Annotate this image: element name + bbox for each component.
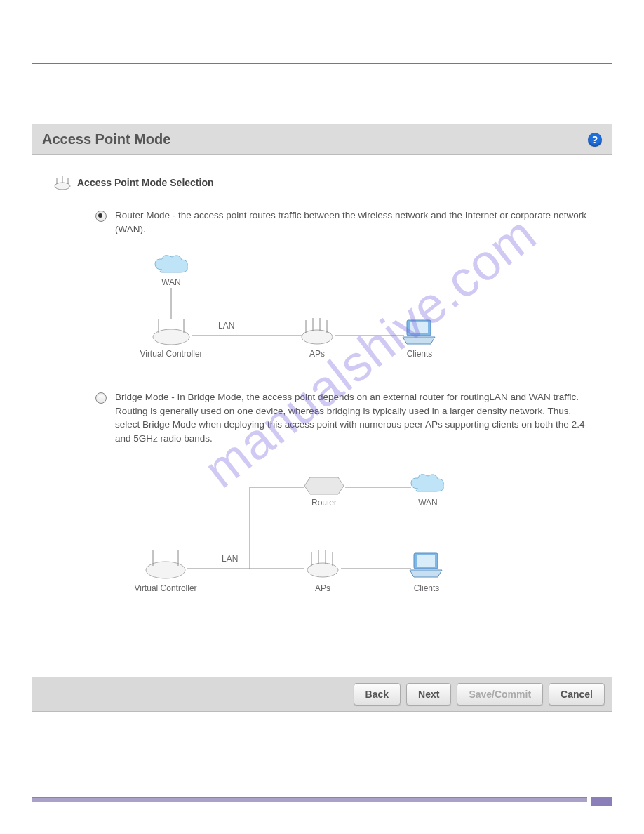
section-rule: [224, 183, 591, 183]
router-mode-diagram: WAN Virtual Controller LAN: [116, 250, 591, 369]
svg-text:Clients: Clients: [407, 349, 433, 359]
panel-body: Access Point Mode Selection Router Mode …: [32, 155, 612, 677]
svg-text:WAN: WAN: [418, 498, 438, 508]
next-button[interactable]: Next: [406, 683, 451, 706]
radio-router-mode[interactable]: [95, 211, 107, 222]
access-point-icon: [53, 176, 72, 189]
back-button[interactable]: Back: [354, 683, 401, 706]
wizard-footer: Back Next Save/Commit Cancel: [32, 677, 612, 712]
help-icon[interactable]: ?: [588, 133, 602, 147]
option-bridge-text: Bridge Mode - In Bridge Mode, the access…: [115, 390, 591, 445]
svg-point-22: [146, 562, 185, 578]
radio-bridge-mode[interactable]: [95, 392, 107, 404]
svg-text:Virtual Controller: Virtual Controller: [140, 349, 202, 359]
section-title: Access Point Mode Selection: [77, 177, 214, 188]
save-commit-button[interactable]: Save/Commit: [457, 683, 543, 706]
page-bottom-rule: [32, 797, 612, 806]
section-header: Access Point Mode Selection: [53, 176, 591, 189]
option-bridge-mode[interactable]: Bridge Mode - In Bridge Mode, the access…: [95, 390, 591, 445]
svg-text:WAN: WAN: [161, 277, 181, 287]
option-router-mode[interactable]: Router Mode - the access point routes tr…: [95, 208, 591, 236]
panel-title: Access Point Mode: [42, 131, 170, 147]
svg-text:Clients: Clients: [414, 583, 440, 593]
svg-rect-42: [417, 555, 435, 567]
svg-text:Virtual Controller: Virtual Controller: [134, 583, 196, 593]
page-top-rule: [32, 63, 612, 64]
bridge-mode-diagram: Virtual Controller LAN Router WAN: [116, 459, 591, 607]
access-point-mode-panel: Access Point Mode ? Access Point Mode Se…: [32, 124, 612, 677]
svg-rect-20: [410, 322, 428, 333]
svg-text:APs: APs: [309, 349, 325, 359]
svg-text:LAN: LAN: [222, 554, 238, 564]
cancel-button[interactable]: Cancel: [549, 683, 605, 706]
svg-point-34: [307, 563, 338, 577]
option-router-text: Router Mode - the access point routes tr…: [115, 208, 591, 236]
svg-text:LAN: LAN: [218, 321, 234, 331]
svg-text:Router: Router: [311, 498, 337, 508]
svg-point-12: [302, 330, 333, 344]
panel-header: Access Point Mode ?: [32, 124, 612, 155]
svg-text:APs: APs: [315, 583, 330, 593]
